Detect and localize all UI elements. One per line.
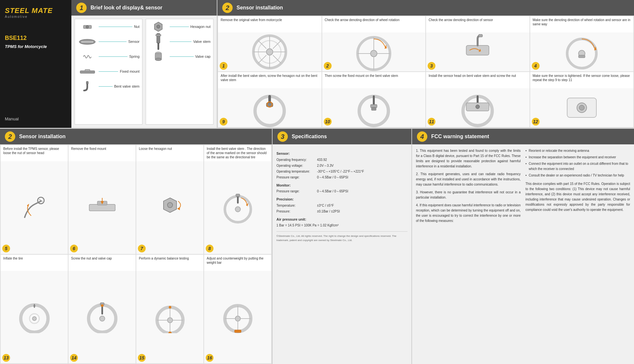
spec-prec-press-label: Pressure: [276, 209, 315, 214]
step-9-image: 9 [218, 88, 322, 127]
parts-box-right: Hexagon nut [146, 19, 213, 125]
svg-rect-10 [158, 43, 159, 50]
spec-temp-value: -30°C～+105°C / -22°F～+221°F [317, 169, 364, 174]
step-12-desc: Make sure the sensor is tightened. If th… [530, 72, 634, 88]
step-15-desc: Perform a dynamic balance testing [136, 255, 203, 271]
valvecap-icon [149, 52, 168, 61]
step-3-desc: Check the arrow denoting direction of se… [426, 16, 530, 32]
part-hexnut: Hexagon nut [149, 22, 211, 31]
step-1-desc: Remove the original valve from motorcycl… [218, 16, 322, 32]
spec-pressure: Pressure range: 0～4.5Bar / 0～65PSI [276, 175, 408, 180]
section3-title: Specifications [292, 134, 327, 140]
hexnut-icon [149, 22, 168, 31]
top-panels: 1 Brief look of display& sensor [71, 0, 634, 128]
step-16-num: 16 [206, 354, 213, 362]
svg-rect-85 [235, 330, 241, 333]
step-3-image: 3 [426, 32, 530, 71]
section2-top-title: Sensor installation [237, 5, 283, 11]
step-4: Make sure the denoting direction of whee… [530, 16, 634, 71]
fcc-bullet-1: Reorient or relocate the receiving anten… [526, 148, 630, 153]
valvecap-label: Valve cap [195, 55, 211, 58]
step-3-num: 3 [428, 62, 435, 70]
step-8-image: 8 [204, 161, 271, 254]
section2-bottom-title: Sensor installation [19, 134, 66, 140]
fcc-content: 1. This equipment has been tested and fo… [412, 144, 634, 230]
step-11-num: 11 [428, 118, 435, 126]
valvestem-line [170, 42, 191, 42]
svg-rect-34 [479, 34, 482, 37]
specs-footer: ©Steelmate Co., Ltd. All rights reserved… [276, 231, 408, 243]
svg-point-68 [100, 316, 105, 321]
svg-rect-11 [156, 34, 161, 36]
svg-rect-45 [372, 108, 376, 110]
step-16-desc: Adjust and counterweight by putting the … [204, 255, 271, 271]
valvestem-icon [149, 37, 168, 46]
svg-point-17 [266, 49, 273, 55]
svg-marker-63 [246, 203, 248, 206]
step-14-num: 14 [70, 354, 78, 362]
step-12-num: 12 [532, 118, 540, 126]
step-14: Screw the nut and valve cap 14 [68, 255, 136, 364]
step-15-num: 15 [138, 354, 146, 362]
svg-point-48 [476, 105, 480, 109]
step-3: Check the arrow denoting direction of se… [426, 16, 530, 71]
step-9-desc: After install the bent valve stem, screw… [218, 72, 322, 88]
step-5-image: 5 [1, 161, 68, 254]
step-2: Check the arrow denoting direction of wh… [322, 16, 426, 71]
fixed-mount-line [99, 71, 118, 72]
step-7-num: 7 [138, 245, 146, 252]
brief-content: Nut Sensor [71, 16, 217, 128]
step-5-num: 5 [2, 245, 10, 252]
spec-voltage: Operating voltage: 2.0V～3.3V [276, 163, 408, 168]
bottom-panel-sensor: 2 Sensor installation Before install the… [0, 129, 273, 364]
step-10-image: 10 [322, 88, 426, 127]
spec-freq-label: Operating frequency: [276, 157, 315, 163]
step-10-num: 10 [324, 118, 332, 126]
hexnut-line [170, 27, 189, 27]
panel-brief-look: 1 Brief look of display& sensor [71, 0, 217, 128]
fixed-mount-label: Fixed mount [120, 69, 140, 73]
spring-icon [78, 52, 97, 61]
section2-bottom-number: 2 [5, 131, 15, 142]
bottom-section: 2 Sensor installation Before install the… [0, 129, 634, 364]
fixed-mount-icon [78, 67, 97, 76]
section4-header: 4 FCC warning statement [412, 129, 634, 144]
specs-monitor-title: Monitor: [276, 183, 408, 188]
sensor-icon [78, 37, 97, 46]
bent-valve-line [99, 86, 113, 87]
specs-content: Sensor: Operating frequency: 433.92 Oper… [273, 144, 411, 247]
section4-number: 4 [417, 131, 427, 142]
section4-title: FCC warning statement [431, 134, 489, 140]
step-9: After install the bent valve stem, screw… [218, 72, 322, 127]
section2-bottom-header: 2 Sensor installation [0, 129, 272, 144]
section3-number: 3 [277, 131, 288, 142]
spec-prec-press: Pressure: ±0.1Bar / ±2PSI [276, 209, 408, 214]
nut-label: Nut [134, 25, 140, 29]
svg-point-78 [169, 306, 171, 309]
part-valvecap: Valve cap [149, 52, 211, 61]
spec-prec-temp-value: ±3°C / ±5°F [317, 203, 334, 208]
manual-label: Manual [5, 103, 67, 121]
spec-mon-pressure: Pressure range: 0～4.5Bar / 0～65PSI [276, 189, 408, 194]
fcc-bullet-4: Consult the dealer or an experienced rad… [526, 173, 630, 178]
fcc-bullet-3: Connect the equipment into an outlet on … [526, 161, 630, 172]
svg-point-51 [579, 105, 584, 110]
fcc-bullet-2: Increase the separation between the equi… [526, 155, 630, 160]
part-spring: Spring [78, 52, 140, 61]
bent-valve-icon [78, 81, 97, 91]
step-8: Install the bent valve stem . The direct… [204, 145, 271, 254]
fcc-left: 1. This equipment has been tested and fo… [416, 148, 521, 226]
sensor-line [99, 42, 127, 42]
fcc-right: Reorient or relocate the receiving anten… [526, 148, 630, 226]
step-9-num: 9 [220, 118, 227, 126]
svg-point-8 [157, 25, 160, 28]
step-15: Perform a dynamic balance testing 15 [136, 255, 203, 364]
parts-box-left: Nut Sensor [75, 19, 142, 125]
spring-line [99, 56, 128, 57]
svg-point-58 [167, 202, 173, 208]
specs-sensor-title: Sensor: [276, 151, 408, 157]
fcc-compliance: This device complies with part 15 of the… [526, 181, 630, 212]
step-5: Before install the TPMS sensor, please l… [1, 145, 68, 254]
svg-point-80 [235, 316, 240, 321]
step-2-image: 2 [322, 32, 426, 71]
